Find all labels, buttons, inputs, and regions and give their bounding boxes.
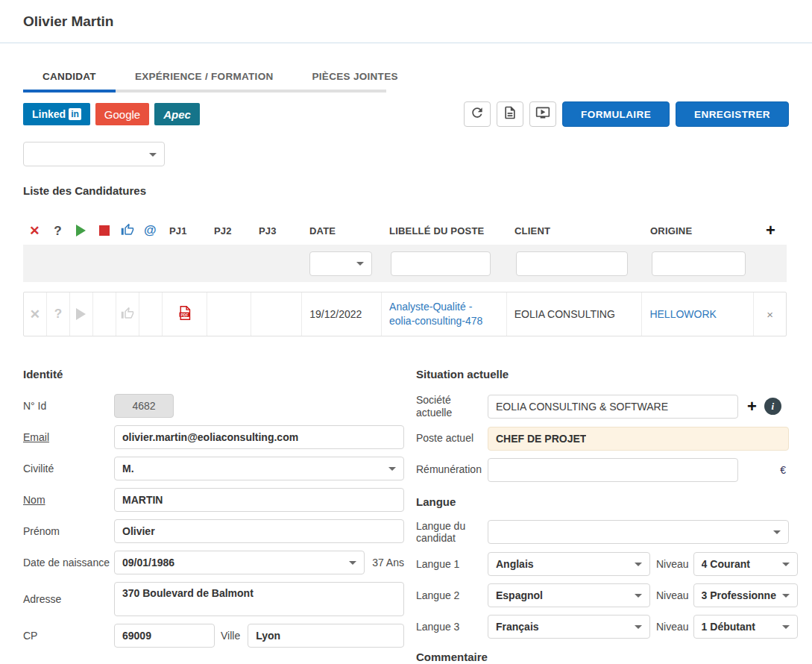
col-thumbs-up[interactable] [116,223,139,239]
ville-field[interactable]: Lyon [248,624,404,648]
numid-field: 4682 [114,394,174,418]
prenom-label: Prénom [23,525,114,538]
niveau1-select[interactable]: 4 Courant [693,552,798,576]
row-thumbs-up-button[interactable] [116,292,139,336]
add-candidature-button[interactable]: + [755,222,787,239]
candidatures-table: ✕ ? @ PJ1 PJ2 PJ3 DATE LIBELLÉ DU POSTE … [23,216,787,336]
col-question[interactable]: ? [46,225,69,237]
langue2-select[interactable]: Espagnol [488,583,650,607]
niveau2-label: Niveau [656,589,689,601]
poste-label: Poste actuel [416,432,488,445]
nom-field[interactable]: MARTIN [114,488,404,512]
societe-field[interactable]: EOLIA CONSULTING & SOFTWARE [488,395,738,419]
tab-candidat[interactable]: CANDIDAT [23,65,116,90]
linkedin-button[interactable]: Linkedin [23,103,90,125]
refresh-button[interactable] [464,101,491,127]
langue-candidat-select[interactable] [488,520,789,544]
adresse-label: Adresse [23,593,114,606]
social-buttons: Linkedin Google Apec [23,103,200,125]
row-question-button[interactable]: ? [47,292,70,336]
delete-icon: ✕ [29,225,40,237]
langue3-select[interactable]: Français [488,615,650,639]
candidatures-filter-row [23,245,787,282]
svg-text:PDF: PDF [180,313,188,317]
filter-client-field[interactable] [524,257,620,269]
filter-origine-input[interactable] [652,251,746,276]
numid-label: N° Id [23,400,114,413]
row-stop-cell [93,292,116,336]
niveau3-select[interactable]: 1 Débutant [693,615,798,639]
title-bar: Olivier Martin [0,0,812,43]
play-icon [76,308,86,320]
row-pj3-cell [251,292,302,336]
page-title: Olivier Martin [23,13,113,30]
filter-client-input[interactable] [516,251,628,276]
col-pj3: PJ3 [251,225,302,237]
remuneration-field[interactable] [488,458,738,482]
email-label[interactable]: Email [23,431,114,444]
col-origine: ORIGINE [643,225,755,237]
filter-date-select[interactable] [309,251,372,276]
identity-column: Identité N° Id 4682 Email olivier.martin… [23,368,404,664]
ddn-select[interactable]: 09/01/1986 [114,551,365,574]
email-field[interactable]: olivier.martin@eoliaconsulting.com [114,425,404,449]
langue-title: Langue [416,495,456,508]
row-pdf-button[interactable]: PDF [163,292,207,336]
add-company-button[interactable]: + [747,398,757,415]
prenom-field[interactable]: Olivier [114,519,404,543]
situation-title: Situation actuelle [416,368,509,380]
video-icon [535,105,550,123]
row-delete-button[interactable]: ✕ [24,292,47,336]
cp-field[interactable]: 69009 [114,624,215,648]
niveau2-select[interactable]: 3 Professionnel [693,583,798,607]
quick-action-select[interactable] [23,142,165,166]
ddn-label: Date de naissance [23,557,114,569]
poste-field[interactable]: CHEF DE PROJET [488,427,789,451]
ville-label: Ville [221,630,240,642]
currency-label: € [780,464,789,476]
row-poste-link[interactable]: Analyste-Qualité - eolia-consulting-478 [382,292,507,336]
identity-title: Identité [23,368,63,380]
cp-label: CP [23,630,114,642]
company-info-icon[interactable]: i [764,398,781,415]
pdf-file-icon: PDF [177,305,192,323]
tab-bar: CANDIDAT EXPÉRIENCE / FORMATION PIÈCES J… [23,65,789,90]
linkedin-label: Linked [32,108,66,120]
col-libelle: LIBELLÉ DU POSTE [382,225,507,237]
filter-origine-field[interactable] [660,257,737,269]
col-email[interactable]: @ [139,223,162,238]
row-play-button[interactable] [70,292,93,336]
google-button[interactable]: Google [95,103,149,125]
col-play[interactable] [69,225,92,237]
row-origine-link[interactable]: HELLOWORK [642,292,754,336]
row-client: EOLIA CONSULTING [507,292,643,336]
candidatures-header-row: ✕ ? @ PJ1 PJ2 PJ3 DATE LIBELLÉ DU POSTE … [23,216,787,245]
toolbar: FORMULAIRE ENREGISTRER [464,101,789,127]
langue2-label: Langue 2 [416,589,488,602]
formulaire-button[interactable]: FORMULAIRE [562,101,670,127]
question-icon: ? [54,225,62,237]
row-close-button[interactable]: × [754,292,786,336]
col-pj1: PJ1 [162,225,207,237]
apec-button[interactable]: Apec [154,103,200,125]
candidate-form: Identité N° Id 4682 Email olivier.martin… [23,368,789,664]
col-delete[interactable]: ✕ [23,225,46,237]
civilite-select[interactable]: M. [114,457,404,480]
filter-libelle-field[interactable] [399,257,482,269]
at-icon: @ [144,223,157,238]
commentaire-title: Commentaire [416,651,488,663]
langue1-label: Langue 1 [416,558,488,571]
document-button[interactable] [497,101,523,127]
tab-experience-formation[interactable]: EXPÉRIENCE / FORMATION [116,65,293,90]
stop-icon [99,225,110,236]
enregistrer-button[interactable]: ENREGISTRER [676,101,789,127]
remuneration-label: Rémunération [416,463,488,476]
tab-pieces-jointes[interactable]: PIÈCES JOINTES [293,65,418,90]
niveau1-label: Niveau [656,558,689,570]
filter-libelle-input[interactable] [391,251,491,276]
langue1-select[interactable]: Anglais [488,552,650,576]
nom-label[interactable]: Nom [23,494,114,507]
col-stop[interactable] [92,225,116,236]
adresse-field[interactable]: 370 Boulevard de Balmont [114,582,404,616]
video-button[interactable] [529,101,556,127]
